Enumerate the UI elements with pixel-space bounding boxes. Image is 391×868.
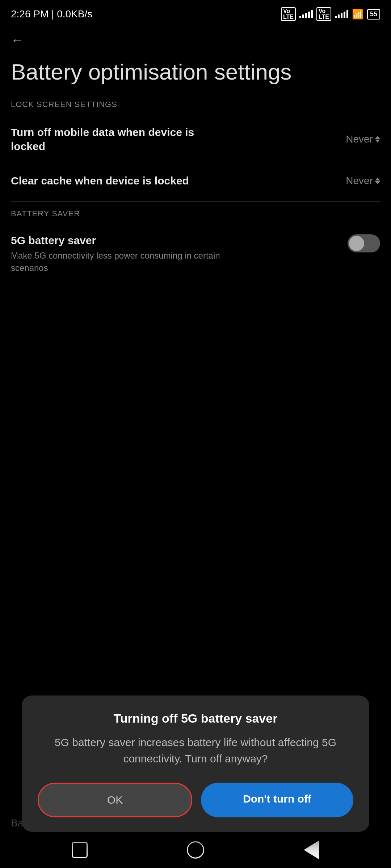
dont-turn-off-button[interactable]: Don't turn off [201,783,353,817]
status-bar: 2:26 PM | 0.0KB/s VoLTE VoLTE 📶 55 [0,0,391,25]
bottom-nav [0,832,391,868]
clear-cache-chevron [375,178,380,184]
ok-button[interactable]: OK [38,783,192,817]
nav-home-button[interactable] [185,839,206,861]
mobile-data-chevron [375,136,380,142]
back-arrow-icon: ← [11,33,24,47]
wifi-icon: 📶 [352,9,363,20]
recents-square-icon [72,842,88,858]
back-triangle-icon [304,841,319,859]
clear-cache-row[interactable]: Clear cache when device is locked Never [0,163,391,198]
dialog-overlay: Turning off 5G battery saver 5G battery … [0,695,391,832]
time-text: 2:26 PM [11,8,49,20]
battery-icon: 55 [367,9,380,20]
battery-level: 55 [370,10,377,18]
signal-bars-1 [299,10,313,18]
home-circle-icon [187,841,204,859]
mobile-data-label: Turn off mobile data when device is lock… [11,125,210,153]
5g-battery-saver-row[interactable]: 5G battery saver Make 5G connectivity le… [0,224,391,284]
dialog-message: 5G battery saver increases battery life … [38,734,353,767]
back-button[interactable]: ← [0,25,391,51]
clear-cache-label: Clear cache when device is locked [11,174,189,188]
mobile-data-row[interactable]: Turn off mobile data when device is lock… [0,115,391,163]
mobile-data-value-text: Never [346,133,373,145]
mobile-data-value[interactable]: Never [346,133,380,145]
volte-badge-2: VoLTE [316,7,331,21]
status-time: 2:26 PM | 0.0KB/s [11,8,92,20]
lock-screen-section-header: LOCK SCREEN SETTINGS [0,96,391,115]
dialog-title: Turning off 5G battery saver [38,711,353,726]
clear-cache-value[interactable]: Never [346,175,380,187]
volte-badge-1: VoLTE [281,7,296,21]
section-divider [11,201,380,202]
5g-battery-saver-title: 5G battery saver [11,234,228,247]
5g-battery-saver-desc: Make 5G connectivity less power consumin… [11,250,228,274]
nav-recents-button[interactable] [69,839,91,861]
5g-battery-saver-left: 5G battery saver Make 5G connectivity le… [11,234,228,274]
dialog: Turning off 5G battery saver 5G battery … [22,695,369,832]
page-title: Battery optimisation settings [0,51,391,96]
signal-bars-2 [335,10,348,18]
clear-cache-value-text: Never [346,175,373,187]
nav-back-button[interactable] [300,839,322,861]
dialog-buttons: OK Don't turn off [38,783,353,817]
toggle-knob [349,236,364,251]
status-icons: VoLTE VoLTE 📶 55 [281,7,380,21]
5g-battery-saver-toggle[interactable] [348,234,380,252]
speed-text: 0.0KB/s [57,8,92,20]
battery-saver-section-header: BATTERY SAVER [0,205,391,224]
speed-separator: | [51,8,57,20]
